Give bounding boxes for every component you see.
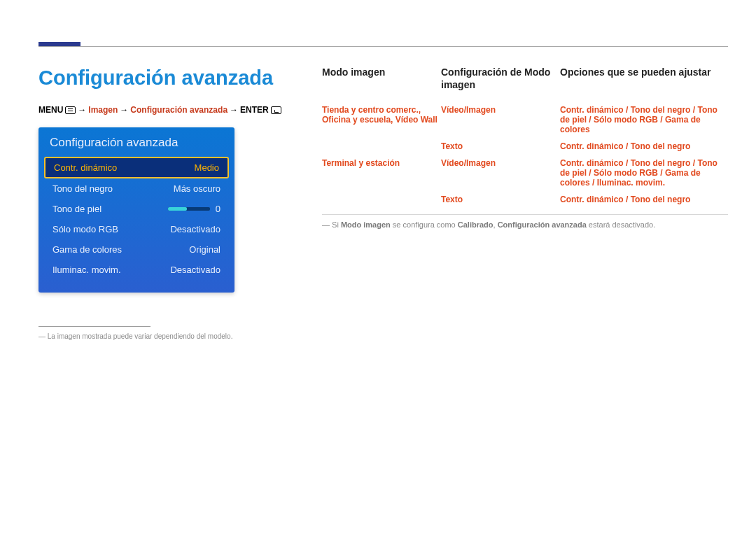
note-bold: Configuración avanzada bbox=[498, 220, 587, 229]
settings-panel: Configuración avanzada Contr. dinámico M… bbox=[38, 127, 234, 293]
calibrado-note: Si Modo imagen se configura como Calibra… bbox=[322, 214, 728, 229]
table-cell: Terminal y estación bbox=[322, 158, 438, 168]
breadcrumb-arrow: → bbox=[78, 105, 86, 115]
breadcrumb-step-imagen: Imagen bbox=[88, 105, 118, 115]
breadcrumb-menu-label: MENU bbox=[38, 105, 63, 115]
table-cell: Tienda y centro comerc., Oficina y escue… bbox=[322, 105, 438, 125]
table-header-config-modo-imagen: Configuración de Modo imagen bbox=[441, 66, 556, 98]
skin-tone-slider[interactable] bbox=[168, 207, 210, 211]
panel-row-label: Sólo modo RGB bbox=[52, 224, 118, 234]
breadcrumb-arrow: → bbox=[230, 105, 238, 115]
note-bold: Calibrado bbox=[458, 220, 493, 229]
panel-row-value: Medio bbox=[195, 162, 219, 173]
panel-row-value: Desactivado bbox=[170, 265, 220, 275]
panel-row-label: Contr. dinámico bbox=[54, 162, 117, 173]
table-header-modo-imagen: Modo imagen bbox=[322, 66, 438, 85]
panel-row-gama-de-colores[interactable]: Gama de colores Original bbox=[38, 239, 234, 260]
table-header-opciones: Opciones que se pueden ajustar bbox=[560, 66, 728, 85]
panel-row-value: Desactivado bbox=[170, 224, 220, 234]
panel-row-solo-modo-rgb[interactable]: Sólo modo RGB Desactivado bbox=[38, 219, 234, 239]
options-table: Modo imagen Configuración de Modo imagen… bbox=[322, 66, 728, 204]
panel-footnote: La imagen mostrada puede variar dependie… bbox=[38, 332, 294, 340]
breadcrumb: MENU → Imagen → Configuración avanzada →… bbox=[38, 105, 294, 115]
table-cell: Contr. dinámico / Tono del negro bbox=[560, 195, 728, 204]
table-cell: Contr. dinámico / Tono del negro / Tono … bbox=[560, 158, 728, 188]
panel-title: Configuración avanzada bbox=[38, 136, 234, 157]
panel-row-iluminac-movim[interactable]: Iluminac. movim. Desactivado bbox=[38, 260, 234, 280]
panel-row-label: Iluminac. movim. bbox=[52, 265, 121, 275]
table-cell: Vídeo/Imagen bbox=[441, 105, 556, 115]
note-text: estará desactivado. bbox=[587, 220, 655, 229]
breadcrumb-step-config-avanzada: Configuración avanzada bbox=[130, 105, 227, 115]
table-cell: Texto bbox=[441, 141, 556, 151]
enter-icon bbox=[271, 106, 281, 114]
breadcrumb-arrow: → bbox=[120, 105, 128, 115]
menu-icon bbox=[65, 106, 76, 114]
panel-row-tono-de-piel[interactable]: Tono de piel 0 bbox=[38, 199, 234, 219]
note-bold: Modo imagen bbox=[341, 220, 391, 229]
note-text: se configura como bbox=[391, 220, 458, 229]
table-cell: Vídeo/Imagen bbox=[441, 158, 556, 168]
panel-row-value: 0 bbox=[216, 204, 220, 214]
panel-row-tono-del-negro[interactable]: Tono del negro Más oscuro bbox=[38, 178, 234, 199]
panel-row-value: Original bbox=[189, 244, 220, 255]
breadcrumb-enter-label: ENTER bbox=[240, 105, 269, 115]
section-tab-marker bbox=[38, 42, 80, 46]
note-text: Si bbox=[332, 220, 341, 229]
panel-row-label: Tono del negro bbox=[52, 183, 113, 194]
table-cell: Contr. dinámico / Tono del negro / Tono … bbox=[560, 105, 728, 134]
panel-row-label: Tono de piel bbox=[52, 204, 102, 214]
panel-row-label: Gama de colores bbox=[52, 244, 122, 255]
table-cell: Contr. dinámico / Tono del negro bbox=[560, 141, 728, 151]
panel-row-contr-dinamico[interactable]: Contr. dinámico Medio bbox=[44, 157, 229, 178]
table-cell: Texto bbox=[441, 195, 556, 204]
panel-row-value: Más oscuro bbox=[174, 183, 220, 194]
page-title: Configuración avanzada bbox=[38, 66, 294, 90]
